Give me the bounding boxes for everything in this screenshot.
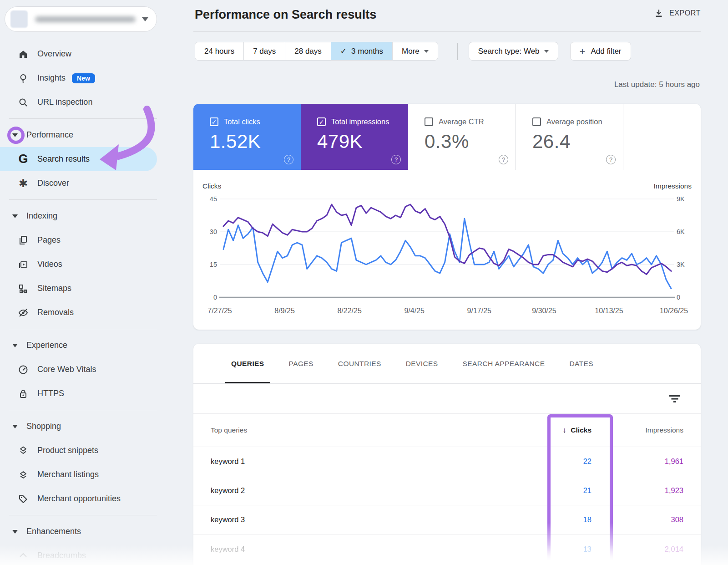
table-row[interactable]: keyword 2 21 1,923 bbox=[193, 476, 701, 505]
sort-descending-icon: ↓ bbox=[562, 426, 566, 434]
sidebar-item-search-results[interactable]: G Search results bbox=[0, 147, 157, 171]
sidebar: Overview Insights New URL inspection Per… bbox=[0, 0, 193, 565]
table-toolbar bbox=[193, 384, 701, 414]
tab-pages[interactable]: PAGES bbox=[277, 344, 326, 383]
impressions-cell: 1,961 bbox=[592, 457, 683, 466]
tab-countries[interactable]: COUNTRIES bbox=[326, 344, 394, 383]
range-more-chip[interactable]: More bbox=[393, 42, 438, 60]
sidebar-item-label: Merchant listings bbox=[37, 470, 99, 479]
sidebar-item-label: Removals bbox=[37, 308, 74, 317]
sidebar-section-label: Experience bbox=[26, 341, 67, 350]
total-impressions-tile[interactable]: ✓ Total impressions 479K ? bbox=[301, 104, 408, 170]
sitemap-icon bbox=[17, 283, 29, 294]
sidebar-item-removals[interactable]: Removals bbox=[0, 300, 193, 325]
sidebar-divider bbox=[9, 118, 157, 119]
sidebar-item-label: Discover bbox=[37, 178, 69, 188]
average-ctr-tile[interactable]: Average CTR 0.3% ? bbox=[408, 104, 516, 170]
sidebar-item-label: Search results bbox=[37, 154, 90, 164]
table-row[interactable]: keyword 3 18 308 bbox=[193, 505, 701, 534]
new-badge: New bbox=[72, 73, 95, 83]
column-header-top-queries[interactable]: Top queries bbox=[211, 426, 500, 434]
sidebar-item-label: Videos bbox=[37, 260, 62, 269]
sidebar-item-merchant-listings[interactable]: Merchant listings bbox=[0, 463, 193, 487]
sidebar-section-performance[interactable]: Performance bbox=[0, 123, 193, 147]
table-row[interactable]: keyword 1 22 1,961 bbox=[193, 447, 701, 476]
export-button[interactable]: EXPORT bbox=[654, 8, 701, 18]
sidebar-section-experience[interactable]: Experience bbox=[0, 333, 193, 357]
sidebar-item-label: Pages bbox=[37, 235, 61, 245]
sidebar-section-indexing[interactable]: Indexing bbox=[0, 204, 193, 228]
queries-table-card: QUERIES PAGES COUNTRIES DEVICES SEARCH A… bbox=[193, 344, 701, 565]
search-type-chip[interactable]: Search type: Web bbox=[469, 42, 558, 61]
checkbox-unchecked-icon[interactable] bbox=[425, 117, 433, 126]
caret-down-icon bbox=[12, 133, 18, 137]
help-icon[interactable]: ? bbox=[284, 155, 293, 164]
eye-off-icon bbox=[17, 307, 29, 318]
x-tick: 10/13/25 bbox=[595, 307, 623, 315]
sidebar-nav: Overview Insights New URL inspection Per… bbox=[0, 42, 193, 565]
range-24-hours-chip[interactable]: 24 hours bbox=[195, 42, 244, 60]
caret-down-icon bbox=[12, 214, 18, 218]
impressions-cell: 308 bbox=[592, 515, 683, 524]
sidebar-item-url-inspection[interactable]: URL inspection bbox=[0, 90, 193, 114]
sidebar-item-merchant-opportunities[interactable]: Merchant opportunities bbox=[0, 487, 193, 511]
left-axis-title: Clicks bbox=[202, 182, 221, 190]
sidebar-section-shopping[interactable]: Shopping bbox=[0, 414, 193, 438]
speedometer-icon bbox=[17, 364, 29, 375]
range-3-months-chip[interactable]: ✓ 3 months bbox=[331, 42, 393, 60]
average-position-tile[interactable]: Average position 26.4 ? bbox=[516, 104, 623, 170]
sidebar-section-enhancements[interactable]: Enhancements bbox=[0, 519, 193, 544]
sidebar-item-discover[interactable]: ✱ Discover bbox=[0, 171, 193, 195]
filter-list-icon[interactable] bbox=[669, 394, 681, 404]
sidebar-item-overview[interactable]: Overview bbox=[0, 42, 193, 66]
sidebar-item-label: HTTPS bbox=[37, 389, 64, 398]
home-icon bbox=[17, 49, 29, 60]
x-tick: 9/4/25 bbox=[404, 307, 424, 315]
range-28-days-chip[interactable]: 28 days bbox=[285, 42, 331, 60]
sidebar-item-label: URL inspection bbox=[37, 97, 92, 107]
column-header-clicks[interactable]: ↓Clicks bbox=[500, 426, 592, 434]
checkbox-checked-icon[interactable]: ✓ bbox=[317, 117, 326, 126]
x-tick: 9/17/25 bbox=[467, 307, 491, 315]
property-selector[interactable] bbox=[5, 6, 157, 32]
sidebar-item-product-snippets[interactable]: Product snippets bbox=[0, 438, 193, 463]
tab-dates[interactable]: DATES bbox=[557, 344, 606, 383]
sidebar-divider bbox=[9, 515, 157, 515]
chart-plot[interactable] bbox=[193, 177, 701, 330]
sidebar-item-label: Breadcrumbs bbox=[37, 551, 86, 560]
help-icon[interactable]: ? bbox=[606, 155, 616, 164]
sidebar-item-pages[interactable]: Pages bbox=[0, 228, 193, 252]
property-name-blurred bbox=[35, 16, 136, 22]
tab-devices[interactable]: DEVICES bbox=[394, 344, 450, 383]
chevron-icon bbox=[17, 550, 29, 561]
layers-icon bbox=[17, 469, 29, 480]
column-header-impressions[interactable]: Impressions bbox=[592, 426, 683, 434]
help-icon[interactable]: ? bbox=[391, 155, 401, 164]
sidebar-item-videos[interactable]: Videos bbox=[0, 252, 193, 276]
sidebar-item-https[interactable]: HTTPS bbox=[0, 382, 193, 406]
total-clicks-tile[interactable]: ✓ Total clicks 1.52K ? bbox=[193, 104, 301, 170]
sidebar-divider bbox=[9, 199, 157, 200]
tab-search-appearance[interactable]: SEARCH APPEARANCE bbox=[450, 344, 557, 383]
tab-queries[interactable]: QUERIES bbox=[219, 344, 277, 383]
clicks-cell: 13 bbox=[500, 545, 592, 554]
table-tabs: QUERIES PAGES COUNTRIES DEVICES SEARCH A… bbox=[193, 344, 701, 384]
plus-icon: + bbox=[580, 46, 586, 57]
sidebar-item-label: Overview bbox=[37, 49, 71, 59]
x-tick: 8/22/25 bbox=[337, 307, 361, 315]
clicks-cell: 21 bbox=[500, 486, 592, 495]
table-row[interactable]: keyword 4 13 2,014 bbox=[193, 534, 701, 564]
tile-filler bbox=[623, 104, 701, 170]
help-icon[interactable]: ? bbox=[499, 155, 508, 164]
sidebar-item-insights[interactable]: Insights New bbox=[0, 66, 193, 90]
query-cell: keyword 3 bbox=[211, 515, 500, 524]
sidebar-item-core-web-vitals[interactable]: Core Web Vitals bbox=[0, 357, 193, 382]
checkbox-unchecked-icon[interactable] bbox=[532, 117, 541, 126]
range-7-days-chip[interactable]: 7 days bbox=[244, 42, 285, 60]
download-icon bbox=[654, 8, 664, 18]
sidebar-item-breadcrumbs[interactable]: Breadcrumbs bbox=[0, 544, 193, 565]
sidebar-item-sitemaps[interactable]: Sitemaps bbox=[0, 276, 193, 300]
checkbox-checked-icon[interactable]: ✓ bbox=[210, 117, 218, 126]
add-filter-chip[interactable]: + Add filter bbox=[570, 42, 631, 61]
date-range-selector: 24 hours 7 days 28 days ✓ 3 months More bbox=[195, 42, 438, 61]
